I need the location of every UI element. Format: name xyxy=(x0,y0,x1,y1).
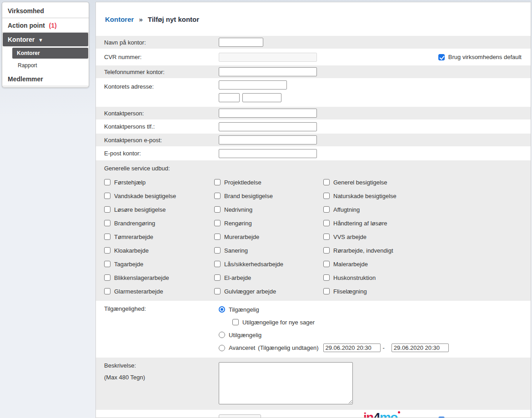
service-option[interactable]: Glarmesterarbejde xyxy=(104,288,214,295)
service-checkbox[interactable] xyxy=(323,288,330,294)
unavailable-new-cases-label: Utilgængelige for nye sager xyxy=(242,319,315,326)
service-checkbox[interactable] xyxy=(214,261,221,267)
sidebar-item-medlemmer-label: Medlemmer xyxy=(8,75,43,83)
service-option[interactable]: Tagarbejde xyxy=(104,261,214,268)
service-checkbox[interactable] xyxy=(323,247,330,254)
service-checkbox[interactable] xyxy=(323,234,330,240)
service-checkbox[interactable] xyxy=(104,193,110,199)
service-checkbox[interactable] xyxy=(323,193,330,199)
service-checkbox[interactable] xyxy=(214,288,221,294)
logo-use-default-checkbox[interactable] xyxy=(438,417,445,418)
service-checkbox[interactable] xyxy=(104,206,110,213)
service-checkbox[interactable] xyxy=(104,247,110,254)
service-option[interactable]: Håndtering af løsøre xyxy=(323,220,387,227)
availability-option-available[interactable]: Tilgængelig xyxy=(219,305,449,314)
advanced-date-to-input[interactable] xyxy=(391,343,449,352)
sidebar-item-action-point[interactable]: Action point (1) xyxy=(2,18,89,33)
contact-person-input[interactable] xyxy=(219,109,317,118)
cvr-input xyxy=(219,53,317,62)
row-office-phone: Telefonnummer kontor: xyxy=(96,65,531,78)
service-checkbox[interactable] xyxy=(104,179,110,185)
sidebar-subitem-rapport[interactable]: Rapport xyxy=(2,60,89,72)
service-label: VVS arbejde xyxy=(333,234,366,240)
row-cvr: CVR nummer: Brug virksomhedens default xyxy=(96,49,531,65)
available-radio[interactable] xyxy=(219,306,225,313)
service-option[interactable]: Projektledelse xyxy=(214,179,323,186)
service-option[interactable]: Brand besigtigelse xyxy=(214,193,323,199)
sidebar-item-medlemmer[interactable]: Medlemmer xyxy=(2,72,89,86)
service-checkbox[interactable] xyxy=(104,234,110,240)
sidebar-subitem-kontorer[interactable]: Kontorer xyxy=(12,48,88,59)
service-checkbox[interactable] xyxy=(323,220,330,226)
sidebar-item-kontorer[interactable]: Kontorer ▼ xyxy=(3,33,88,46)
service-checkbox[interactable] xyxy=(214,206,221,213)
service-checkbox[interactable] xyxy=(104,274,110,281)
advanced-date-from-input[interactable] xyxy=(323,343,381,352)
service-checkbox[interactable] xyxy=(323,179,330,185)
choose-file-button[interactable]: Choose File xyxy=(219,414,261,418)
service-label: Generel besigtigelse xyxy=(333,179,387,186)
service-checkbox[interactable] xyxy=(214,247,221,254)
advanced-radio-label: Avanceret xyxy=(229,344,255,351)
contact-email-input[interactable] xyxy=(219,135,317,144)
service-option[interactable]: Blikkenslagerarbejde xyxy=(104,274,214,281)
service-checkbox[interactable] xyxy=(214,179,221,185)
service-option[interactable]: Nedrivning xyxy=(214,206,323,213)
description-textarea[interactable] xyxy=(219,362,353,404)
unavailable-new-cases-option[interactable]: Utilgængelige for nye sager xyxy=(232,318,449,326)
service-option[interactable]: Førstehjælp xyxy=(104,179,214,186)
service-option[interactable]: Brandrengøring xyxy=(104,220,214,227)
service-option[interactable]: Lås/sikkerhedsarbejde xyxy=(214,261,323,268)
service-option[interactable]: Malerarbejde xyxy=(323,261,368,268)
office-email-input[interactable] xyxy=(219,149,317,158)
office-email-label: E-post kontor: xyxy=(104,150,219,157)
cvr-use-default-option[interactable]: Brug virksomhedens default xyxy=(438,54,522,60)
service-checkbox[interactable] xyxy=(214,274,221,281)
contact-phone-input[interactable] xyxy=(219,122,317,131)
logo-use-default-option[interactable]: Brug virksomhedens default xyxy=(438,416,522,418)
service-checkbox[interactable] xyxy=(214,220,221,226)
services-row: Tømrerarbejde Murerarbejde VVS arbejde xyxy=(104,230,522,244)
service-checkbox[interactable] xyxy=(104,261,110,267)
service-option[interactable]: Gulvlægger arbejde xyxy=(214,288,323,295)
sidebar-item-virksomhed[interactable]: Virksomhed xyxy=(2,4,89,18)
service-checkbox[interactable] xyxy=(323,261,330,267)
service-checkbox[interactable] xyxy=(323,206,330,213)
service-checkbox[interactable] xyxy=(323,274,330,281)
services-row: Glarmesterarbejde Gulvlægger arbejde Fli… xyxy=(104,284,522,298)
service-option[interactable]: Sanering xyxy=(214,247,323,254)
service-checkbox[interactable] xyxy=(104,220,110,226)
availability-option-advanced[interactable]: Avanceret (Tilgængelig undtagen) - xyxy=(219,343,449,352)
advanced-radio[interactable] xyxy=(219,345,225,351)
address-postal-code-input[interactable] xyxy=(219,93,240,102)
service-option[interactable]: Kloakarbejde xyxy=(104,247,214,254)
service-option[interactable]: Løsøre besigtigelse xyxy=(104,206,214,213)
service-option[interactable]: Vandskade besigtigelse xyxy=(104,193,214,199)
unavailable-new-cases-checkbox[interactable] xyxy=(232,319,239,325)
service-checkbox[interactable] xyxy=(214,193,221,199)
service-option[interactable]: Rengøring xyxy=(214,220,323,227)
availability-option-unavailable[interactable]: Utilgængelig xyxy=(219,331,449,339)
service-option[interactable]: Murerarbejde xyxy=(214,234,323,240)
service-option[interactable]: El-arbejde xyxy=(214,274,323,281)
service-option[interactable]: Fliselægning xyxy=(323,288,367,295)
service-option[interactable]: Naturskade besigtigelse xyxy=(323,193,396,199)
office-name-input[interactable] xyxy=(219,38,263,47)
service-option[interactable]: Generel besigtigelse xyxy=(323,179,387,186)
service-checkbox[interactable] xyxy=(214,234,221,240)
service-option[interactable]: Affugtning xyxy=(323,206,360,213)
address-street-input[interactable] xyxy=(219,80,287,90)
row-office-name: Navn på kontor: xyxy=(96,36,531,49)
breadcrumb-kontorer-link[interactable]: Kontorer xyxy=(105,15,134,23)
unavailable-radio[interactable] xyxy=(219,332,225,338)
service-option[interactable]: VVS arbejde xyxy=(323,234,366,240)
address-city-input[interactable] xyxy=(242,93,281,102)
row-logo: Logo: Choose File No file chosen in4mo T… xyxy=(96,410,531,418)
office-phone-input[interactable] xyxy=(219,67,317,76)
service-option[interactable]: Huskonstruktion xyxy=(323,274,376,281)
service-option[interactable]: Rørarbejde, indvendigt xyxy=(323,247,393,254)
cvr-use-default-checkbox[interactable] xyxy=(438,54,445,60)
service-option[interactable]: Tømrerarbejde xyxy=(104,234,214,240)
cvr-use-default-label: Brug virksomhedens default xyxy=(448,54,522,60)
service-checkbox[interactable] xyxy=(104,288,110,294)
